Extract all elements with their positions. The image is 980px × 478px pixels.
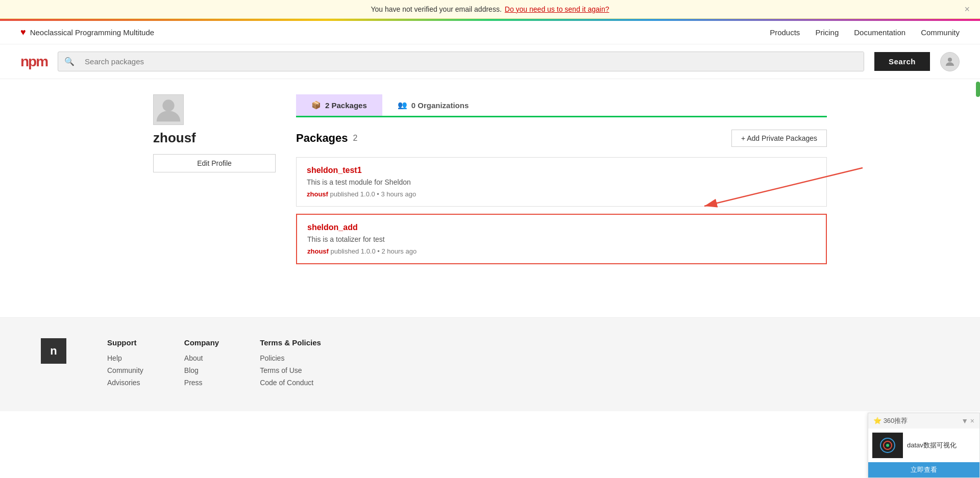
resend-link[interactable]: Do you need us to send it again? [505, 5, 609, 13]
packages-count: 2 [353, 134, 358, 143]
footer-support-title: Support [107, 338, 143, 347]
search-header: npm 🔍 Search [0, 44, 980, 79]
package-published-2: published 1.0.0 • 2 hours ago [331, 247, 417, 255]
package-author-1: zhousf [307, 190, 328, 198]
footer-company-title: Company [184, 338, 219, 347]
footer-logo-text: n [50, 344, 57, 358]
avatar[interactable] [940, 52, 960, 71]
footer-company: Company About Blog Press [184, 338, 219, 391]
package-published-1: published 1.0.0 • 3 hours ago [330, 190, 416, 198]
edit-profile-button[interactable]: Edit Profile [153, 154, 276, 172]
svg-point-1 [162, 99, 174, 111]
footer-advisories-link[interactable]: Advisories [107, 379, 143, 387]
heart-icon: ♥ [20, 27, 26, 38]
npm-logo-text: npm [20, 54, 47, 70]
footer-policies-link[interactable]: Policies [260, 354, 321, 362]
notification-bar: You have not verified your email address… [0, 0, 980, 19]
nav-documentation[interactable]: Documentation [854, 28, 905, 37]
search-form: 🔍 [58, 52, 864, 71]
footer-code-of-conduct-link[interactable]: Code of Conduct [260, 379, 321, 387]
package-meta-sheldon-test1: zhousf published 1.0.0 • 3 hours ago [307, 190, 816, 198]
tab-org-label: 0 Organizations [411, 101, 469, 110]
arrow-container: sheldon_add This is a totalizer for test… [296, 214, 827, 264]
package-author-2: zhousf [307, 247, 329, 255]
packages-title: Packages 2 [296, 132, 357, 145]
nav-community[interactable]: Community [921, 28, 960, 37]
org-tab-icon: 👥 [398, 100, 407, 110]
sidebar: zhousf Edit Profile [153, 94, 276, 271]
package-name-sheldon-test1[interactable]: sheldon_test1 [307, 166, 816, 175]
package-desc-sheldon-add: This is a totalizer for test [307, 235, 816, 243]
nav-products[interactable]: Products [770, 28, 800, 37]
tab-packages[interactable]: 📦 2 Packages [296, 94, 382, 116]
footer-inner: n Support Help Community Advisories Comp… [41, 338, 939, 391]
brand: ♥ Neoclassical Programming Multitude [20, 27, 154, 38]
footer-terms: Terms & Policies Policies Terms of Use C… [260, 338, 321, 391]
svg-point-0 [948, 58, 952, 62]
footer-support: Support Help Community Advisories [107, 338, 143, 391]
search-icon: 🔍 [58, 57, 81, 66]
package-card-sheldon-test1: sheldon_test1 This is a test module for … [296, 157, 827, 207]
footer: n Support Help Community Advisories Comp… [0, 317, 980, 411]
footer-logo: n [41, 338, 66, 364]
footer-blog-link[interactable]: Blog [184, 366, 219, 374]
nav-pricing[interactable]: Pricing [815, 28, 839, 37]
sidebar-username: zhousf [153, 130, 276, 146]
main-container: zhousf Edit Profile 📦 2 Packages 👥 0 Org… [133, 79, 847, 287]
content-area: 📦 2 Packages 👥 0 Organizations Packages … [296, 94, 827, 271]
package-desc-sheldon-test1: This is a test module for Sheldon [307, 178, 816, 186]
footer-community-link[interactable]: Community [107, 366, 143, 374]
notification-text: You have not verified your email address… [371, 5, 501, 13]
footer-terms-title: Terms & Policies [260, 338, 321, 347]
tab-organizations[interactable]: 👥 0 Organizations [382, 94, 484, 116]
package-meta-sheldon-add: zhousf published 1.0.0 • 2 hours ago [307, 247, 816, 255]
footer-terms-of-use-link[interactable]: Terms of Use [260, 366, 321, 374]
add-private-packages-button[interactable]: + Add Private Packages [731, 130, 827, 147]
search-input[interactable] [81, 52, 864, 71]
footer-help-link[interactable]: Help [107, 354, 143, 362]
packages-header: Packages 2 + Add Private Packages [296, 130, 827, 147]
footer-press-link[interactable]: Press [184, 379, 219, 387]
package-card-sheldon-add: sheldon_add This is a totalizer for test… [296, 214, 827, 264]
search-button[interactable]: Search [874, 52, 930, 71]
tabs: 📦 2 Packages 👥 0 Organizations [296, 94, 827, 117]
top-nav: ♥ Neoclassical Programming Multitude Pro… [0, 21, 980, 44]
npm-logo: npm [20, 54, 47, 70]
package-tab-icon: 📦 [311, 100, 321, 110]
package-name-sheldon-add[interactable]: sheldon_add [307, 223, 816, 232]
brand-name: Neoclassical Programming Multitude [30, 28, 154, 37]
notification-close-button[interactable]: × [964, 4, 970, 15]
tab-packages-label: 2 Packages [325, 101, 367, 110]
packages-title-text: Packages [296, 132, 348, 145]
sidebar-avatar [153, 94, 184, 125]
scroll-indicator [976, 82, 980, 97]
footer-about-link[interactable]: About [184, 354, 219, 362]
